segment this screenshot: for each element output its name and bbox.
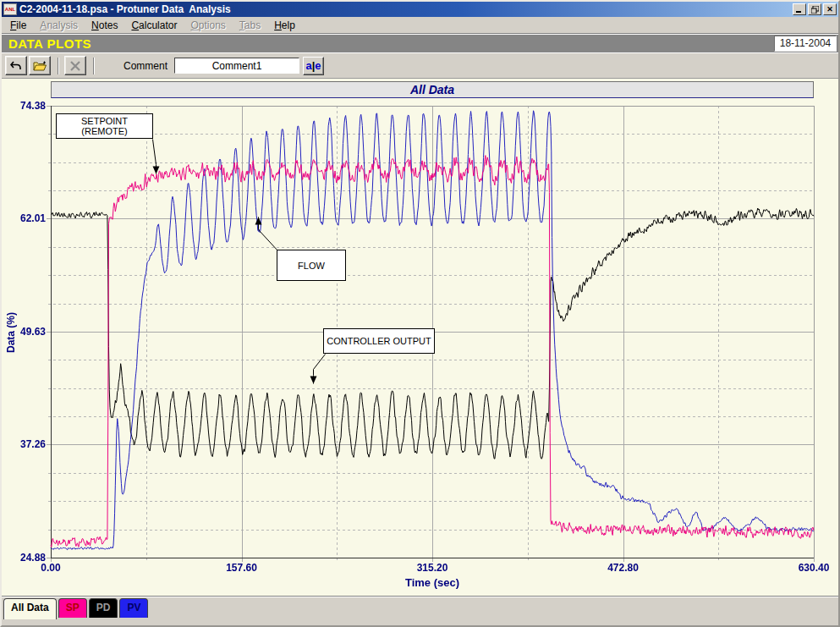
menu-bar: FileAnalysisNotesCalculatorOptionsTabsHe… — [2, 17, 838, 34]
x-tick-label: 630.40 — [799, 562, 830, 574]
x-tick-label: 472.80 — [607, 562, 639, 574]
ae-icon-part: e — [315, 59, 321, 72]
delete-button — [64, 56, 86, 75]
tab-all-data[interactable]: All Data — [3, 598, 57, 619]
annotation-flow: FLOW — [277, 250, 346, 281]
x-tick-label: 157.60 — [226, 562, 257, 574]
y-tick-label: 37.26 — [2, 438, 46, 450]
menu-item-file[interactable]: File — [3, 17, 33, 34]
y-tick-label: 49.63 — [2, 326, 46, 338]
tab-sp[interactable]: SP — [58, 598, 87, 618]
x-axis-title: Time (sec) — [405, 576, 459, 589]
comment-input[interactable] — [174, 58, 299, 74]
chart-title: All Data — [51, 81, 814, 98]
comment-label: Comment — [124, 60, 167, 72]
menu-item-analysis: Analysis — [33, 17, 85, 34]
toolbar: Comment a|e — [2, 53, 838, 78]
open-file-button[interactable] — [29, 56, 51, 75]
x-tick-label: 315.20 — [417, 562, 448, 574]
section-header: DATA PLOTS 18-11-2004 — [2, 34, 838, 53]
toolbar-separator — [58, 58, 59, 74]
chart-panel: All Data Data (%) Time (sec) 24.8837.264… — [2, 78, 838, 596]
y-tick-label: 24.88 — [2, 552, 46, 564]
y-tick-label: 62.01 — [2, 212, 46, 224]
menu-item-options: Options — [184, 17, 232, 34]
menu-item-notes[interactable]: Notes — [85, 17, 124, 34]
window-title: C2-2004-11-18.psa - Protuner Data Analys… — [19, 3, 791, 15]
menu-item-tabs: Tabs — [233, 17, 267, 34]
tab-bar: All DataSPPDPV — [2, 596, 838, 623]
annotation-controller-output: CONTROLLER OUTPUT — [323, 328, 435, 354]
y-tick-label: 74.38 — [2, 100, 46, 112]
x-disabled-icon — [70, 61, 80, 71]
undo-arrow-icon — [10, 61, 22, 71]
undo-button[interactable] — [5, 56, 27, 75]
restore-button[interactable] — [808, 3, 821, 15]
menu-item-calculator[interactable]: Calculator — [124, 17, 184, 34]
edit-comment-button[interactable]: a|e — [303, 57, 324, 75]
annotation-setpoint-remote-: SETPOINT (REMOTE) — [56, 113, 153, 139]
menu-item-help[interactable]: Help — [267, 17, 302, 34]
close-button[interactable]: ✕ — [823, 3, 837, 15]
ae-icon-part: a — [305, 59, 311, 72]
page-title: DATA PLOTS — [2, 35, 838, 51]
date-display: 18-11-2004 — [774, 36, 837, 52]
app-icon: ANL — [3, 3, 17, 15]
open-folder-icon — [33, 61, 47, 71]
x-tick-label: 0.00 — [41, 562, 60, 574]
close-icon: ✕ — [826, 6, 833, 14]
restore-icon — [811, 6, 819, 14]
tab-pv[interactable]: PV — [119, 598, 148, 618]
toolbar-separator — [93, 58, 95, 74]
minimize-icon — [796, 6, 803, 13]
title-bar: ANL C2-2004-11-18.psa - Protuner Data An… — [2, 2, 838, 17]
minimize-button[interactable] — [793, 3, 806, 15]
app-window: ANL C2-2004-11-18.psa - Protuner Data An… — [0, 0, 840, 627]
tab-pd[interactable]: PD — [89, 598, 118, 618]
